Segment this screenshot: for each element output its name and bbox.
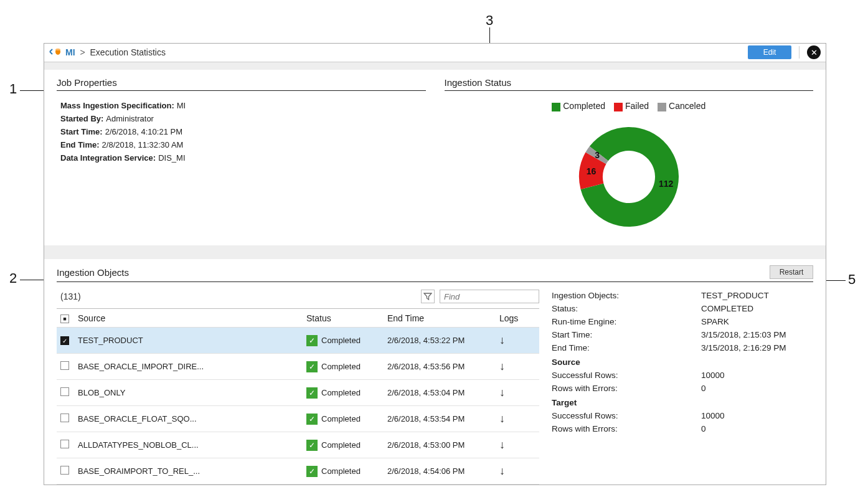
donut-label-failed: 16 <box>586 166 596 176</box>
d-tgt-err-label: Rows with Errors: <box>552 424 701 433</box>
check-icon: ✓ <box>306 440 318 451</box>
download-log-icon[interactable]: ↓ <box>499 438 505 451</box>
legend-failed: Failed <box>625 101 649 111</box>
dis-label: Data Integration Service: <box>60 153 156 163</box>
check-icon: ✓ <box>306 414 318 425</box>
col-source[interactable]: Source <box>74 309 303 328</box>
row-endtime: 2/6/2018, 4:53:04 PM <box>384 380 496 406</box>
ingestion-status-title: Ingestion Status <box>445 77 814 91</box>
endtime-label: End Time: <box>60 140 100 149</box>
check-icon: ✓ <box>306 335 318 346</box>
table-row[interactable]: ✓TEST_PRODUCT✓Completed2/6/2018, 4:53:22… <box>57 328 539 354</box>
download-log-icon[interactable]: ↓ <box>499 465 505 477</box>
d-src-err-value: 0 <box>701 384 813 393</box>
chart-legend: Completed Failed Canceled <box>445 101 814 111</box>
row-status: Completed <box>321 440 361 450</box>
spec-value: MI <box>177 101 186 110</box>
row-endtime: 2/6/2018, 4:53:54 PM <box>384 406 496 432</box>
check-icon: ✓ <box>306 387 318 399</box>
row-checkbox[interactable]: ✓ <box>60 336 69 345</box>
col-logs[interactable]: Logs <box>496 309 539 328</box>
d-tgt-succ-value: 10000 <box>701 411 813 420</box>
breadcrumb-link[interactable]: MI <box>65 47 75 57</box>
row-checkbox[interactable] <box>60 361 69 370</box>
row-source: BASE_ORACLE_FLOAT_SQO... <box>74 406 303 432</box>
select-all-checkbox[interactable] <box>60 314 69 323</box>
restart-button[interactable]: Restart <box>770 265 813 279</box>
d-src-err-label: Rows with Errors: <box>552 384 701 393</box>
svg-point-1 <box>55 49 60 50</box>
row-checkbox[interactable] <box>60 414 69 422</box>
callout-5: 5 <box>848 272 856 288</box>
col-status[interactable]: Status <box>303 309 384 328</box>
breadcrumb-page: Execution Statistics <box>90 47 166 57</box>
d-target-heading: Target <box>552 398 813 407</box>
ingestion-objects-title: Ingestion Objects <box>57 267 770 278</box>
row-source: BASE_ORAIMPORT_TO_REL_... <box>74 458 303 485</box>
legend-canceled: Canceled <box>669 101 705 111</box>
table-row[interactable]: BASE_ORAIMPORT_TO_REL_...✓Completed2/6/2… <box>57 458 539 485</box>
d-start-value: 3/15/2018, 2:15:03 PM <box>701 330 813 339</box>
startedby-value: Administrator <box>106 114 154 123</box>
row-endtime: 2/6/2018, 4:53:22 PM <box>384 328 496 354</box>
download-log-icon[interactable]: ↓ <box>499 412 505 425</box>
spec-label: Mass Ingestion Specification: <box>60 101 174 110</box>
table-row[interactable]: BLOB_ONLY✓Completed2/6/2018, 4:53:04 PM↓ <box>57 380 539 406</box>
row-status: Completed <box>321 336 361 345</box>
edit-button[interactable]: Edit <box>748 45 791 59</box>
endtime-value: 2/8/2018, 11:32:30 AM <box>102 140 184 149</box>
donut-label-completed: 112 <box>659 179 674 189</box>
callout-1: 1 <box>9 81 17 97</box>
find-input[interactable] <box>440 290 539 303</box>
row-status: Completed <box>321 388 361 397</box>
filter-icon[interactable] <box>421 290 435 303</box>
table-row[interactable]: ALLDATATYPES_NOBLOB_CL...✓Completed2/6/2… <box>57 432 539 458</box>
job-properties-title: Job Properties <box>57 77 426 91</box>
row-checkbox[interactable] <box>60 466 69 475</box>
table-row[interactable]: BASE_ORACLE_IMPORT_DIRE...✓Completed2/6/… <box>57 354 539 380</box>
d-engine-value: SPARK <box>701 317 813 326</box>
breadcrumb-separator: > <box>80 47 85 57</box>
d-obj-value: TEST_PRODUCT <box>701 291 813 300</box>
close-icon[interactable]: ✕ <box>807 45 821 59</box>
breadcrumb: MI > Execution Statistics <box>65 47 166 57</box>
check-icon: ✓ <box>306 361 318 372</box>
d-status-label: Status: <box>552 304 701 313</box>
donut-chart: 112163 <box>570 118 688 236</box>
download-log-icon[interactable]: ↓ <box>499 334 505 346</box>
d-tgt-err-value: 0 <box>701 424 813 433</box>
col-endtime[interactable]: End Time <box>384 309 496 328</box>
job-properties-panel: Job Properties Mass Ingestion Specificat… <box>57 77 426 245</box>
download-log-icon[interactable]: ↓ <box>499 386 505 399</box>
callout-3: 3 <box>486 12 493 29</box>
row-source: BLOB_ONLY <box>74 380 303 406</box>
d-source-heading: Source <box>552 357 813 367</box>
d-engine-label: Run-time Engine: <box>552 317 701 326</box>
row-checkbox[interactable] <box>60 440 69 448</box>
d-status-value: COMPLETED <box>701 304 813 313</box>
d-end-label: End Time: <box>552 343 701 352</box>
d-start-label: Start Time: <box>552 330 701 339</box>
legend-completed: Completed <box>563 101 605 111</box>
row-status: Completed <box>321 414 361 423</box>
row-endtime: 2/6/2018, 4:53:00 PM <box>384 432 496 458</box>
legend-swatch-failed <box>614 103 623 111</box>
starttime-label: Start Time: <box>60 127 103 136</box>
d-src-succ-value: 10000 <box>701 371 813 380</box>
starttime-value: 2/6/2018, 4:10:21 PM <box>105 127 182 136</box>
d-end-value: 3/15/2018, 2:16:29 PM <box>701 343 813 352</box>
d-src-succ-label: Successful Rows: <box>552 371 701 380</box>
table-row[interactable]: BASE_ORACLE_FLOAT_SQO...✓Completed2/6/20… <box>57 406 539 432</box>
row-status: Completed <box>321 466 361 476</box>
row-status: Completed <box>321 362 361 371</box>
donut-label-canceled: 3 <box>595 150 600 160</box>
check-icon: ✓ <box>306 466 318 477</box>
download-log-icon[interactable]: ↓ <box>499 360 505 372</box>
object-detail-panel: Ingestion Objects: TEST_PRODUCT Status: … <box>552 288 813 485</box>
row-checkbox[interactable] <box>60 387 69 396</box>
row-source: ALLDATATYPES_NOBLOB_CL... <box>74 432 303 458</box>
callout-2: 2 <box>9 270 17 286</box>
dis-value: DIS_MI <box>158 153 185 163</box>
objects-count: (131) <box>57 291 81 301</box>
legend-swatch-canceled <box>658 103 666 111</box>
